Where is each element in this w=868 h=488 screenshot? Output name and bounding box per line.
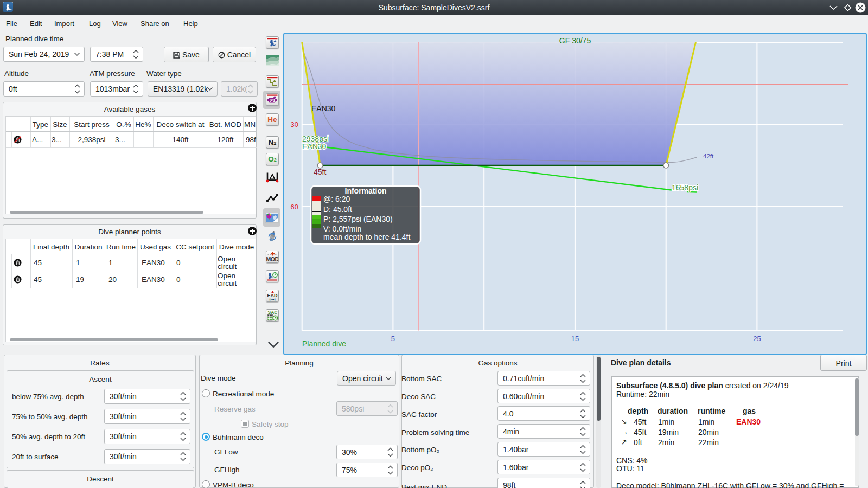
svg-text:15: 15 [571,335,579,343]
svg-text:42ft: 42ft [703,153,714,159]
svg-text:45ft: 45ft [314,168,326,176]
svg-text:Information: Information [345,187,387,195]
svg-text:(•••): (•••) [269,297,275,301]
svg-text:30: 30 [291,120,298,129]
svg-text:GF 30/75: GF 30/75 [559,36,591,45]
svg-text:D: 45.0ft: D: 45.0ft [323,205,352,214]
svg-text:60: 60 [291,203,298,211]
svg-text:5: 5 [391,335,395,343]
svg-text:1658psi: 1658psi [672,183,698,192]
svg-text:@: 6:20: @: 6:20 [323,195,350,203]
svg-text:V: 0.0ft/min: V: 0.0ft/min [323,224,361,233]
svg-text:25: 25 [753,335,761,343]
svg-text:MOD: MOD [266,256,278,262]
svg-text:EAN30: EAN30 [311,104,336,113]
svg-text:mean depth to here 41.4ft: mean depth to here 41.4ft [323,233,410,241]
svg-text:Planned dive: Planned dive [302,339,346,348]
svg-text:EAN30: EAN30 [302,142,327,151]
svg-text:P: 2,557psi (EAN30): P: 2,557psi (EAN30) [323,215,393,223]
svg-text:SAC: SAC [268,310,278,315]
